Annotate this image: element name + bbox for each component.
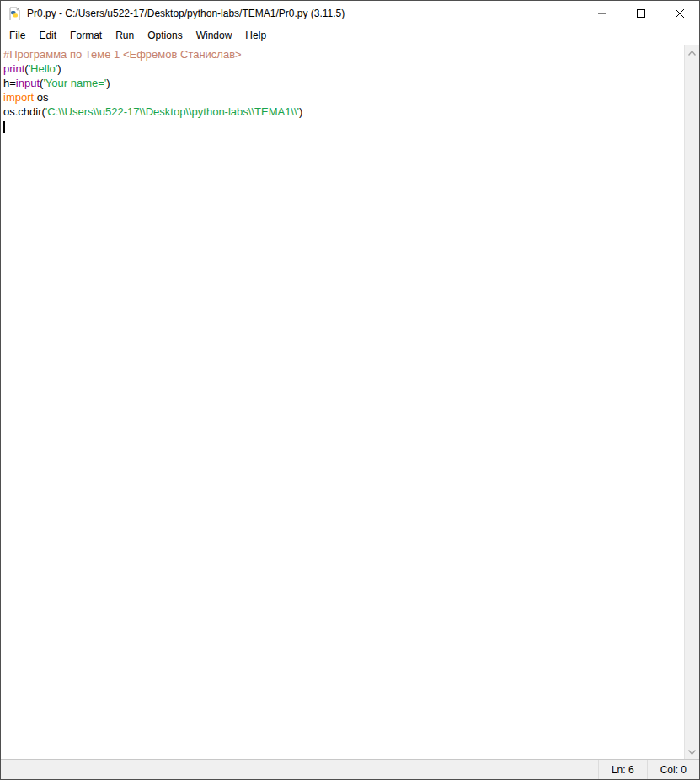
code-token-plain: ) [299,105,302,118]
scroll-up-icon [688,51,696,56]
scroll-up-button[interactable] [685,45,699,60]
menu-bar: FileEditFormatRunOptionsWindowHelp [1,26,699,45]
maximize-icon [637,9,645,18]
minimize-button[interactable] [583,1,622,26]
code-line [3,119,684,133]
python-file-icon [8,7,21,20]
menu-item-run[interactable]: Run [109,27,141,44]
code-line: os.chdir('C:\\Users\\u522-17\\Desktop\\p… [3,104,684,119]
idle-editor-window: Pr0.py - C:/Users/u522-17/Desktop/python… [0,0,700,780]
menu-item-window[interactable]: Window [190,27,239,44]
menu-item-file[interactable]: File [3,27,32,44]
scroll-down-icon [688,750,696,755]
code-token-keyword: import [3,91,34,104]
window-controls [583,1,699,26]
code-token-string: 'Your name=' [43,77,106,89]
text-cursor [3,121,5,133]
code-line: #Программа по Теме 1 <Ефремов Станислав> [3,47,684,61]
code-token-builtin: print [3,62,24,75]
menu-item-format[interactable]: Format [63,27,109,44]
close-button[interactable] [660,1,699,26]
code-token-string: 'C:\\Users\\u522-17\\Desktop\\python-lab… [45,105,299,118]
menu-item-help[interactable]: Help [238,27,273,44]
close-icon [676,9,684,18]
code-token-plain: os.chdir( [3,105,45,118]
code-token-string: 'Hello' [29,62,58,75]
menu-item-edit[interactable]: Edit [32,27,63,44]
code-token-plain: h= [3,77,16,89]
maximize-button[interactable] [622,1,660,26]
vertical-scrollbar[interactable] [684,45,699,759]
status-line-number: Ln: 6 [598,760,647,779]
code-token-plain: os [34,91,48,104]
code-token-plain: ) [57,62,61,75]
status-column-number: Col: 0 [647,760,699,779]
code-token-comment: #Программа по Теме 1 <Ефремов Станислав> [3,48,242,61]
window-title: Pr0.py - C:/Users/u522-17/Desktop/python… [27,8,345,19]
code-line: h=input('Your name=') [3,76,684,90]
minimize-icon [598,9,606,18]
scrollbar-track[interactable] [685,60,699,745]
code-token-builtin: input [16,77,40,89]
code-line: print('Hello') [3,61,684,76]
scroll-down-button[interactable] [685,745,699,759]
code-area[interactable]: #Программа по Теме 1 <Ефремов Станислав>… [1,45,684,759]
editor-region: #Программа по Теме 1 <Ефремов Станислав>… [1,45,699,759]
title-bar[interactable]: Pr0.py - C:/Users/u522-17/Desktop/python… [1,1,699,26]
status-bar: Ln: 6 Col: 0 [1,759,699,779]
menu-item-options[interactable]: Options [141,27,189,44]
code-line: import os [3,90,684,104]
code-token-plain: ) [106,77,110,89]
